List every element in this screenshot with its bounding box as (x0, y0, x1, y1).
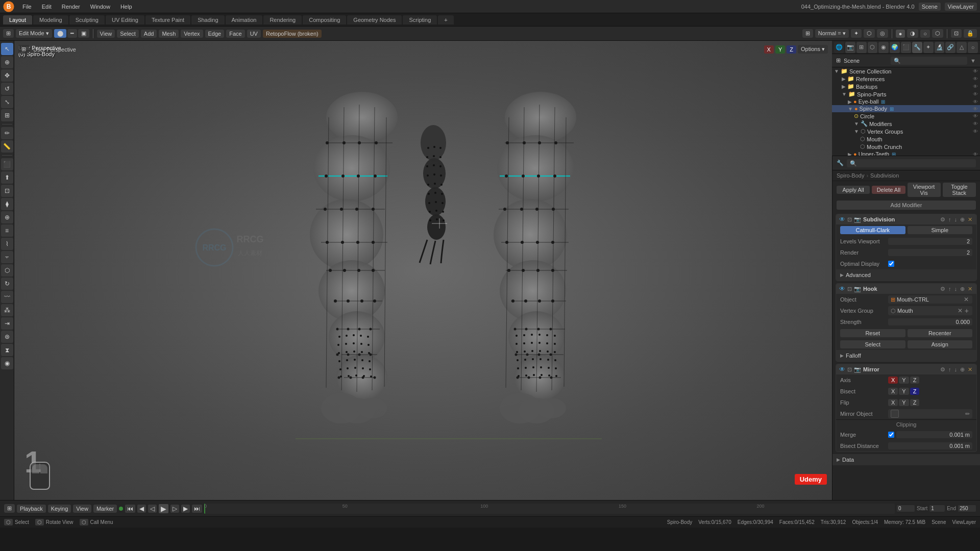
ws-tab-texture-paint[interactable]: Texture Paint (145, 15, 190, 24)
shading-wireframe-btn[interactable]: ⬡ (932, 29, 943, 38)
gizmo-y[interactable]: Y (775, 45, 785, 54)
mirror-dupe-btn[interactable]: ⊕ (959, 366, 966, 373)
ws-tab-scripting[interactable]: Scripting (403, 15, 437, 24)
outliner-search[interactable] (891, 57, 967, 65)
menu-render[interactable]: Render (58, 3, 84, 11)
hook-render-icon[interactable]: 📷 (854, 286, 861, 292)
outliner-eye-ball[interactable]: ▶ ● Eye-ball ⊞ 👁 (832, 98, 980, 105)
hook-vgroup-clear-btn[interactable]: ✕ (957, 307, 964, 314)
offset-edge-btn[interactable]: ≡ (1, 224, 13, 237)
spinoparts-eye[interactable]: 👁 (973, 91, 978, 97)
hook-falloff-header[interactable]: ▶ Falloff (836, 350, 976, 361)
snap-to-btn[interactable]: ⊞ (802, 29, 813, 38)
add-cube-btn[interactable]: ⬛ (1, 158, 13, 170)
vgroups-eye[interactable]: 👁 (973, 129, 978, 134)
viewport-vis-btn[interactable]: Viewport Vis (908, 183, 941, 197)
particles-btn[interactable]: ✦ (923, 42, 934, 53)
go-to-start-btn[interactable]: ⏮ (125, 505, 135, 513)
subdiv-advanced-header[interactable]: ▶ Advanced (836, 269, 976, 281)
upperteeth-eye[interactable]: 👁 (973, 152, 978, 157)
subdiv-up-btn[interactable]: ↑ (947, 216, 952, 223)
outliner-scene-collection[interactable]: ▼ 📁 Scene Collection 👁 (832, 67, 980, 75)
viewport-editor-type-btn[interactable]: ⊞ (18, 45, 29, 54)
hook-delete-btn[interactable]: ✕ (967, 286, 973, 292)
scene-props-btn[interactable]: 🌐 (834, 42, 844, 53)
render-input[interactable]: 2 (888, 249, 972, 256)
simple-btn[interactable]: Simple (908, 226, 973, 234)
timeline-view-menu[interactable]: View (73, 505, 91, 513)
menu-uv[interactable]: UV (247, 30, 261, 38)
outliner-vertex-groups[interactable]: ▼ ⬡ Vertex Groups 👁 (832, 128, 980, 135)
hook-reset-btn[interactable]: Reset (840, 329, 905, 337)
shading-toggle-btn[interactable]: ✦ (851, 29, 862, 38)
randomize-btn[interactable]: ⁂ (1, 304, 13, 316)
face-mode-btn[interactable]: ▣ (78, 29, 89, 38)
outliner-circle[interactable]: ⊙ Circle 👁 (832, 112, 980, 120)
mirror-delete-btn[interactable]: ✕ (967, 366, 973, 373)
current-frame-input[interactable] (897, 505, 915, 512)
levels-viewport-input[interactable]: 2 (888, 238, 972, 245)
render-props-btn[interactable]: 📷 (845, 42, 855, 53)
toggle-stack-btn[interactable]: Toggle Stack (943, 183, 976, 197)
view-layer-selector[interactable]: ViewLayer (945, 3, 977, 11)
smooth-vertex-btn[interactable]: 〰 (1, 291, 13, 303)
lock-camera-btn[interactable]: 🔒 (964, 29, 977, 38)
overlay-btn[interactable]: ⬡ (864, 29, 875, 38)
ws-tab-uv-editing[interactable]: UV Editing (106, 15, 144, 24)
viewport-3d[interactable]: User Perspective (0) Spiro-Body RRCG RRC… (14, 41, 832, 500)
sphere-btn[interactable]: ◉ (1, 357, 13, 369)
rotate-tool-btn[interactable]: ↺ (1, 83, 13, 95)
retopoflow-btn[interactable]: RetopoFlow (broken) (263, 30, 322, 38)
hook-settings-btn[interactable]: ⚙ (939, 286, 946, 292)
flip-y-btn[interactable]: Y (899, 399, 909, 406)
vertex-mode-btn[interactable]: ⬤ (54, 29, 66, 38)
hook-recenter-btn[interactable]: Recenter (908, 329, 973, 337)
outliner-mouth-crunch[interactable]: ⬡ Mouth Crunch (832, 143, 980, 151)
data-section-header[interactable]: ▶ Data (832, 454, 980, 465)
ws-tab-layout[interactable]: Layout (3, 15, 32, 24)
bisect-z-btn[interactable]: Z (910, 388, 920, 395)
mirror-obj-edit-btn[interactable]: ✏ (965, 411, 970, 417)
scene-selector[interactable]: Scene (919, 3, 941, 11)
transform-tool-btn[interactable]: ⊞ (1, 109, 13, 121)
mirror-merge-value[interactable]: 0.001 m (896, 431, 972, 438)
mirror-merge-checkbox[interactable] (888, 432, 894, 438)
material-btn[interactable]: ○ (968, 42, 978, 53)
subdiv-render-icon[interactable]: 📷 (854, 216, 861, 223)
outliner-spino-parts[interactable]: ▼ 📁 Spino-Parts 👁 (832, 90, 980, 98)
viewport-options-btn[interactable]: Options ▾ (798, 45, 828, 54)
annotate-btn[interactable]: ✏ (1, 127, 13, 139)
delete-all-btn[interactable]: Delete All (872, 186, 905, 194)
next-keyframe-btn[interactable]: ▷ (170, 505, 179, 513)
timeline-ruler[interactable]: 0 50 100 150 200 (204, 504, 895, 514)
timeline-playback-menu[interactable]: Playback (17, 505, 46, 513)
subdiv-dupe-btn[interactable]: ⊕ (959, 216, 966, 223)
add-modifier-btn[interactable]: Add Modifier (837, 201, 976, 210)
scale-tool-btn[interactable]: ⤡ (1, 96, 13, 108)
play-btn[interactable]: ▶ (159, 504, 168, 513)
circle-eye[interactable]: 👁 (973, 113, 978, 119)
mode-selector[interactable]: Edit Mode ▾ (16, 29, 52, 38)
timeline-editor-type[interactable]: ⊞ (4, 504, 15, 513)
subdiv-settings-btn[interactable]: ⚙ (939, 216, 946, 223)
gizmo-z[interactable]: Z (787, 45, 796, 54)
physics-btn[interactable]: 🔬 (935, 42, 945, 53)
world-props-btn[interactable]: 🌍 (890, 42, 900, 53)
ws-tab-rendering[interactable]: Rendering (263, 15, 302, 24)
poly-build-btn[interactable]: ⬡ (1, 264, 13, 277)
knife-btn[interactable]: ⌇ (1, 238, 13, 250)
subdiv-eye-icon[interactable]: 👁 (839, 216, 845, 223)
flip-z-btn[interactable]: Z (910, 399, 920, 406)
timeline-marker-menu[interactable]: Marker (93, 505, 117, 513)
bevel-btn[interactable]: ⧫ (1, 198, 13, 210)
shear-btn[interactable]: ⧗ (1, 344, 13, 356)
ws-tab-geometry-nodes[interactable]: Geometry Nodes (347, 15, 402, 24)
inset-btn[interactable]: ⊡ (1, 185, 13, 197)
props-search[interactable] (847, 159, 976, 167)
outliner-modifiers[interactable]: ▼ 🔧 Modifiers 👁 (832, 120, 980, 128)
menu-edit[interactable]: Edit (38, 3, 56, 11)
view-layer-props-btn[interactable]: ⬡ (868, 42, 878, 53)
loop-cut-btn[interactable]: ⊕ (1, 211, 13, 223)
scene-data-btn[interactable]: ◉ (878, 42, 889, 53)
mirror-render-icon[interactable]: 📷 (854, 366, 861, 373)
